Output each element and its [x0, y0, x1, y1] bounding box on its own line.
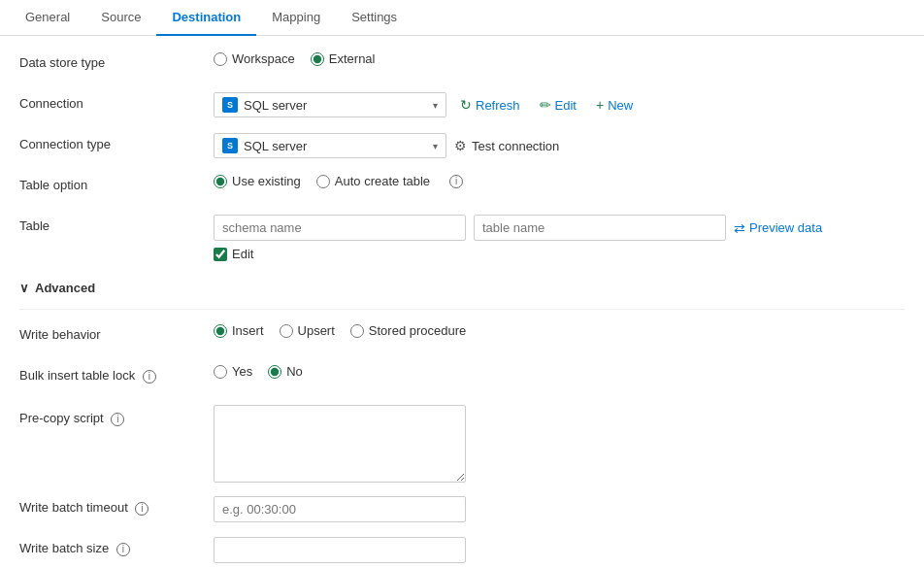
write-batch-timeout-row: Write batch timeout i	[19, 496, 905, 523]
radio-external[interactable]: External	[311, 51, 376, 66]
radio-yes-label: Yes	[232, 364, 252, 379]
bulk-insert-info-icon: i	[143, 370, 156, 384]
radio-insert[interactable]: Insert	[214, 323, 264, 338]
pre-copy-script-textarea[interactable]	[214, 405, 466, 483]
connection-type-label: Connection type	[19, 133, 214, 151]
radio-use-existing-input[interactable]	[214, 175, 227, 188]
data-store-type-row: Data store type Workspace External	[19, 51, 905, 79]
chevron-down-icon: ∨	[19, 281, 29, 295]
write-batch-size-info-icon: i	[116, 543, 130, 556]
edit-checkbox[interactable]	[214, 248, 227, 261]
radio-auto-create[interactable]: Auto create table	[316, 174, 430, 188]
new-button[interactable]: + New	[590, 93, 639, 117]
preview-data-button[interactable]: ⇄ Preview data	[734, 220, 822, 236]
table-option-radio-group: Use existing Auto create table i	[214, 174, 463, 188]
write-batch-size-row: Write batch size i	[19, 537, 905, 564]
radio-yes-input[interactable]	[214, 365, 227, 379]
radio-use-existing[interactable]: Use existing	[214, 174, 301, 188]
tab-settings[interactable]: Settings	[336, 0, 412, 36]
radio-external-input[interactable]	[311, 52, 324, 66]
bulk-insert-radio-group: Yes No	[214, 364, 303, 379]
radio-stored-procedure-input[interactable]	[350, 324, 364, 338]
connection-value: SQL server	[244, 98, 307, 113]
connection-type-chevron-icon: ▾	[433, 141, 438, 151]
radio-stored-procedure[interactable]: Stored procedure	[350, 323, 466, 338]
table-option-label: Table option	[19, 174, 214, 192]
plus-icon: +	[596, 97, 604, 113]
table-option-control: Use existing Auto create table i	[214, 174, 463, 188]
write-batch-timeout-label-text: Write batch timeout	[19, 500, 128, 515]
radio-auto-create-label: Auto create table	[335, 174, 430, 188]
radio-workspace-label: Workspace	[232, 51, 295, 66]
radio-insert-label: Insert	[232, 323, 264, 338]
radio-no-input[interactable]	[268, 365, 281, 379]
connection-type-row: Connection type S SQL server ▾ ⚙ Test co…	[19, 133, 905, 160]
edit-icon: ✏	[540, 97, 551, 113]
write-batch-timeout-control	[214, 496, 466, 522]
table-inputs: ⇄ Preview data	[214, 215, 822, 241]
bulk-insert-row: Bulk insert table lock i Yes No	[19, 364, 905, 391]
radio-no[interactable]: No	[268, 364, 303, 379]
write-behavior-row: Write behavior Insert Upsert Stored proc…	[19, 323, 905, 351]
data-store-type-radio-group: Workspace External	[214, 51, 376, 66]
table-control: ⇄ Preview data Edit	[214, 215, 822, 261]
write-batch-timeout-input[interactable]	[214, 496, 466, 522]
write-batch-size-label: Write batch size i	[19, 537, 214, 556]
pre-copy-script-control	[214, 405, 466, 483]
tab-source[interactable]: Source	[85, 0, 156, 36]
bulk-insert-label-text: Bulk insert table lock	[19, 368, 135, 383]
refresh-icon: ↻	[460, 97, 472, 113]
edit-checkbox-label[interactable]: Edit	[214, 247, 253, 261]
radio-yes[interactable]: Yes	[214, 364, 252, 379]
connection-row: Connection S SQL server ▾ ↻ Refresh ✏ Ed…	[19, 92, 905, 119]
write-behavior-radio-group: Insert Upsert Stored procedure	[214, 323, 466, 338]
write-batch-size-input[interactable]	[214, 537, 466, 563]
schema-name-input[interactable]	[214, 215, 466, 241]
refresh-label: Refresh	[476, 98, 520, 113]
sql-server-icon: S	[222, 97, 238, 113]
write-batch-size-label-text: Write batch size	[19, 541, 109, 555]
plug-icon: ⚙	[454, 138, 467, 153]
advanced-section-header[interactable]: ∨ Advanced	[19, 275, 905, 301]
radio-workspace-input[interactable]	[214, 52, 227, 66]
radio-stored-procedure-label: Stored procedure	[369, 323, 466, 338]
write-behavior-label: Write behavior	[19, 323, 214, 342]
refresh-button[interactable]: ↻ Refresh	[454, 93, 526, 117]
pre-copy-script-row: Pre-copy script i	[19, 405, 905, 483]
radio-insert-input[interactable]	[214, 324, 227, 338]
edit-label: Edit	[555, 98, 577, 113]
tab-mapping[interactable]: Mapping	[256, 0, 336, 36]
connection-chevron-icon: ▾	[433, 100, 438, 111]
sql-server-type-icon: S	[222, 138, 238, 153]
table-name-input[interactable]	[474, 215, 726, 241]
preview-icon: ⇄	[734, 220, 745, 236]
pre-copy-script-label: Pre-copy script i	[19, 405, 214, 426]
connection-control: S SQL server ▾ ↻ Refresh ✏ Edit + New	[214, 92, 639, 117]
preview-data-label: Preview data	[749, 220, 822, 235]
radio-upsert-input[interactable]	[280, 324, 293, 338]
radio-upsert-label: Upsert	[298, 323, 335, 338]
connection-dropdown[interactable]: S SQL server ▾	[214, 92, 446, 117]
tab-destination[interactable]: Destination	[156, 0, 256, 36]
edit-checkbox-text: Edit	[232, 247, 253, 261]
connection-label: Connection	[19, 92, 214, 111]
new-label: New	[608, 98, 633, 113]
test-connection-button[interactable]: ⚙ Test connection	[454, 134, 559, 157]
tab-bar: General Source Destination Mapping Setti…	[0, 0, 924, 36]
edit-button[interactable]: ✏ Edit	[534, 93, 582, 117]
connection-type-dropdown[interactable]: S SQL server ▾	[214, 133, 446, 158]
radio-upsert[interactable]: Upsert	[280, 323, 335, 338]
test-connection-label: Test connection	[472, 139, 559, 153]
tab-general[interactable]: General	[10, 0, 85, 36]
bulk-insert-control: Yes No	[214, 364, 303, 379]
write-behavior-control: Insert Upsert Stored procedure	[214, 323, 466, 338]
connection-type-control: S SQL server ▾ ⚙ Test connection	[214, 133, 559, 158]
advanced-divider	[19, 309, 905, 310]
radio-workspace[interactable]: Workspace	[214, 51, 295, 66]
bulk-insert-label: Bulk insert table lock i	[19, 364, 214, 384]
connection-type-value: SQL server	[244, 139, 307, 153]
radio-auto-create-input[interactable]	[316, 175, 330, 188]
data-store-type-label: Data store type	[19, 51, 214, 70]
connection-type-dropdown-left: S SQL server	[222, 138, 307, 153]
advanced-section-label: Advanced	[35, 281, 95, 295]
